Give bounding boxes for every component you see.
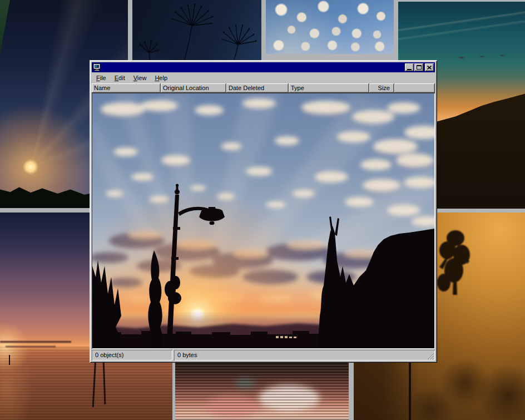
- computer-icon[interactable]: [93, 63, 101, 71]
- maximize-icon: [417, 65, 422, 70]
- recycle-bin-window: File Edit View Help Name Original Locati…: [90, 60, 437, 363]
- reflection-highlight: [235, 378, 255, 388]
- status-bytes-label: 0 bytes: [177, 352, 197, 358]
- menu-edit[interactable]: Edit: [111, 73, 130, 83]
- reflection-highlight: [206, 396, 259, 418]
- column-header-original-location[interactable]: Original Location: [161, 83, 226, 93]
- minimize-icon: [407, 69, 412, 70]
- menu-help[interactable]: Help: [151, 73, 172, 83]
- water-pole: [103, 360, 106, 404]
- wallpaper-photo-blue-sky-clouds: [266, 0, 394, 54]
- close-button[interactable]: [425, 63, 434, 71]
- menu-view[interactable]: View: [130, 73, 151, 83]
- file-list-area[interactable]: [92, 93, 435, 349]
- water-pole: [92, 358, 97, 407]
- status-bytes: 0 bytes: [174, 350, 435, 360]
- window-titlebar[interactable]: [92, 62, 435, 72]
- resize-grip[interactable]: [427, 353, 434, 360]
- column-header-type[interactable]: Type: [289, 83, 369, 93]
- water-pole: [9, 355, 10, 365]
- status-object-count: 0 object(s): [92, 350, 172, 360]
- tree-silhouette: [430, 223, 481, 295]
- maximize-button[interactable]: [414, 63, 423, 71]
- column-header-name[interactable]: Name: [92, 83, 161, 93]
- close-icon: [427, 66, 432, 70]
- sunset-photo: [92, 93, 434, 348]
- reflection-highlight: [259, 385, 320, 412]
- cloud-streak: [0, 341, 71, 343]
- column-header-date-deleted[interactable]: Date Deleted: [226, 83, 289, 93]
- column-header-row: Name Original Location Date Deleted Type…: [92, 83, 435, 93]
- menu-file[interactable]: File: [92, 73, 111, 83]
- status-bar: 0 object(s) 0 bytes: [92, 350, 435, 360]
- minimize-button[interactable]: [405, 63, 414, 71]
- menu-bar: File Edit View Help: [92, 72, 435, 83]
- column-header-size[interactable]: Size: [369, 83, 394, 93]
- desktop: { "desktop": { "wallpaper_tiles": [ "sun…: [0, 0, 525, 420]
- cloud-streak: [6, 346, 56, 347]
- column-header-filler: [394, 83, 435, 93]
